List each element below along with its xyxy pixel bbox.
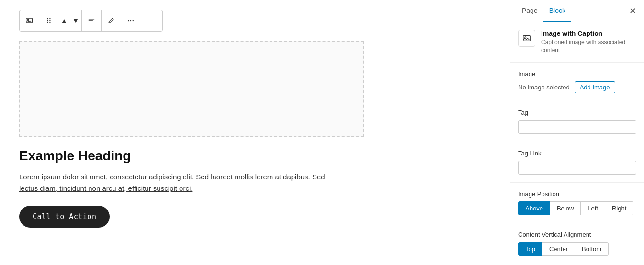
- align-center-button[interactable]: Center: [542, 242, 575, 256]
- block-desc: Captioned image with associated content: [541, 38, 636, 55]
- content-body: Lorem ipsum dolor sit amet, consectetur …: [19, 171, 345, 194]
- section-tag: Tag: [510, 101, 644, 142]
- block-toolbar: ▲ ▼: [19, 10, 163, 32]
- editor-area: ▲ ▼: [0, 0, 510, 265]
- toolbar-group-image: [20, 10, 39, 31]
- image-placeholder: [19, 41, 364, 137]
- position-right-button[interactable]: Right: [605, 201, 633, 215]
- svg-point-6: [47, 22, 48, 23]
- section-vertical-alignment: Content Vertical Alignment Top Center Bo…: [510, 223, 644, 264]
- section-image-position-label: Image Position: [518, 190, 636, 198]
- toolbar-group-move: ▲ ▼: [39, 10, 82, 31]
- svg-rect-8: [89, 19, 95, 20]
- svg-point-12: [130, 20, 131, 21]
- toolbar-group-align: [82, 10, 102, 31]
- block-icon: [518, 30, 535, 47]
- svg-point-7: [49, 22, 50, 23]
- align-bottom-button[interactable]: Bottom: [575, 242, 609, 256]
- cta-button[interactable]: Call to Action: [19, 206, 110, 228]
- toolbar-image-btn[interactable]: [20, 10, 39, 31]
- block-info: Image with Caption Captioned image with …: [510, 22, 644, 63]
- image-position-group: Above Below Left Right: [518, 201, 636, 215]
- svg-point-2: [47, 18, 48, 19]
- position-below-button[interactable]: Below: [550, 201, 581, 215]
- position-left-button[interactable]: Left: [580, 201, 605, 215]
- section-tag-link: Tag Link: [510, 142, 644, 183]
- tag-link-input[interactable]: [518, 161, 636, 175]
- tag-input[interactable]: [518, 120, 636, 134]
- add-image-button[interactable]: Add Image: [575, 81, 615, 93]
- toolbar-down-btn[interactable]: ▼: [70, 10, 81, 31]
- svg-rect-9: [89, 20, 93, 21]
- alignment-group: Top Center Bottom: [518, 242, 636, 256]
- position-above-button[interactable]: Above: [518, 201, 550, 215]
- toolbar-edit-btn[interactable]: [102, 10, 121, 31]
- block-title: Image with Caption: [541, 30, 636, 37]
- no-image-text: No image selected: [518, 84, 570, 91]
- svg-rect-10: [89, 22, 94, 22]
- toolbar-up-btn[interactable]: ▲: [58, 10, 70, 31]
- section-tag-label: Tag: [518, 109, 636, 116]
- section-alignment-label: Content Vertical Alignment: [518, 231, 636, 238]
- svg-point-4: [47, 20, 48, 21]
- svg-point-5: [49, 20, 50, 21]
- close-sidebar-button[interactable]: ✕: [627, 5, 638, 17]
- section-image: Image No image selected Add Image: [510, 63, 644, 101]
- toolbar-drag-btn[interactable]: [39, 10, 58, 31]
- toolbar-group-edit: [102, 10, 121, 31]
- toolbar-align-btn[interactable]: [82, 10, 101, 31]
- toolbar-group-more: [121, 10, 140, 31]
- section-image-label: Image: [518, 70, 636, 77]
- toolbar-more-btn[interactable]: [121, 10, 140, 31]
- sidebar: Page Block ✕ Image with Caption Captione…: [510, 0, 644, 265]
- tab-block[interactable]: Block: [543, 0, 571, 22]
- align-top-button[interactable]: Top: [518, 242, 542, 256]
- svg-point-11: [128, 20, 129, 21]
- svg-point-13: [133, 20, 134, 21]
- svg-point-3: [49, 18, 50, 19]
- image-row: No image selected Add Image: [518, 81, 636, 93]
- sidebar-tabs: Page Block ✕: [510, 0, 644, 22]
- section-tag-link-label: Tag Link: [518, 150, 636, 157]
- content-heading: Example Heading: [19, 148, 491, 164]
- section-image-position: Image Position Above Below Left Right: [510, 183, 644, 223]
- tab-page[interactable]: Page: [516, 0, 543, 22]
